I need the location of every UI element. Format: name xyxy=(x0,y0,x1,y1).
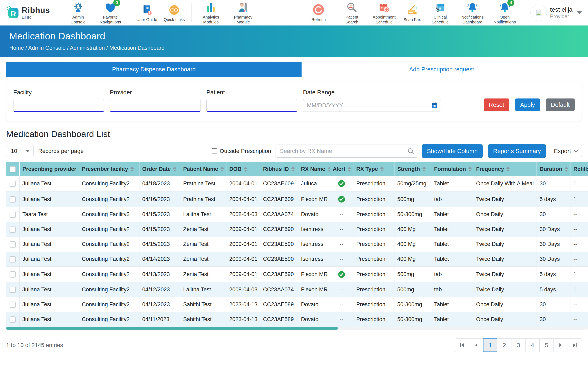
column-header-refills[interactable]: Refills xyxy=(571,162,588,176)
facility-input[interactable] xyxy=(13,99,104,112)
nav-analytics-modules[interactable]: Analytics Modules xyxy=(195,0,227,26)
pagination-prev-button[interactable] xyxy=(469,338,483,352)
sort-icon[interactable] xyxy=(506,167,510,172)
search-icon[interactable] xyxy=(407,148,415,156)
cell-duration: 30 Days xyxy=(536,252,571,267)
table-row[interactable]: Juliana TestConsulting Facility204/11/20… xyxy=(6,312,588,327)
table-row[interactable]: Juliana TestConsulting Facility204/15/20… xyxy=(6,237,588,252)
row-checkbox[interactable] xyxy=(9,212,16,218)
sort-icon[interactable] xyxy=(130,167,134,172)
table-row[interactable]: Juliana TestConsulting Facility204/12/20… xyxy=(6,282,588,297)
table-row[interactable]: Juliana TestConsulting Facility204/16/20… xyxy=(6,192,588,207)
show-hide-column-button[interactable]: Show/Hide Column xyxy=(422,144,483,158)
nav-user-guide[interactable]: User Guide xyxy=(133,2,160,23)
column-header-ribhus-id[interactable]: Ribhus ID xyxy=(260,162,298,176)
pagination-page-4[interactable]: 4 xyxy=(525,338,540,352)
export-button[interactable]: Export xyxy=(551,145,582,157)
date-range-input[interactable] xyxy=(303,99,441,112)
sort-icon[interactable] xyxy=(244,167,247,172)
pagination-page-2[interactable]: 2 xyxy=(497,338,511,352)
tab-add-prescription-request[interactable]: Add Prescription request xyxy=(302,62,582,77)
sort-icon[interactable] xyxy=(423,167,426,172)
sort-icon[interactable] xyxy=(291,167,295,172)
table-row[interactable]: Juliana TestConsulting Facility204/15/20… xyxy=(6,222,588,237)
nav-pharmacy-module[interactable]: Pharmacy Module xyxy=(227,0,259,26)
user-name: test elija xyxy=(550,6,572,13)
column-header-alert[interactable]: Alert xyxy=(330,162,353,176)
table-row[interactable]: Juliana TestConsulting Facility204/18/20… xyxy=(6,176,588,192)
cell-rx-type: Prescription xyxy=(354,252,394,267)
sort-icon[interactable] xyxy=(565,167,568,172)
nav-open-notifications[interactable]: 4 Open Notifications xyxy=(489,0,521,26)
column-header-rx-name[interactable]: RX Name xyxy=(298,162,330,176)
horizontal-scrollbar-track[interactable] xyxy=(6,327,588,330)
column-header-duration[interactable]: Duration xyxy=(536,162,571,176)
row-checkbox[interactable] xyxy=(9,226,16,233)
sort-icon[interactable] xyxy=(221,167,224,172)
outside-prescription-checkbox[interactable] xyxy=(212,149,217,154)
row-checkbox[interactable] xyxy=(9,256,16,262)
table-row[interactable]: Taara TestConsulting Facility304/15/2023… xyxy=(6,207,588,222)
column-header-rx-type[interactable]: RX Type xyxy=(354,162,394,176)
column-header-prescribing-provider[interactable]: Prescribing provider xyxy=(19,162,79,176)
user-menu[interactable]: test elija Provider xyxy=(530,5,582,21)
pagination-next-button[interactable] xyxy=(553,338,568,352)
refresh-icon xyxy=(312,4,324,16)
provider-input[interactable] xyxy=(110,99,201,112)
pagination-page-1[interactable]: 1 xyxy=(483,338,497,352)
nav-favorite-navigations[interactable]: 0 Favorite Navigations xyxy=(94,0,127,26)
column-header-strength[interactable]: Strength xyxy=(394,162,431,176)
row-checkbox[interactable] xyxy=(9,242,16,248)
cell-strength: 400 Mg xyxy=(394,237,431,252)
sort-icon[interactable] xyxy=(468,167,472,172)
patient-input[interactable] xyxy=(207,99,297,112)
column-header-formulation[interactable]: Formulation xyxy=(431,162,473,176)
column-header-patient-name[interactable]: Patient Name xyxy=(180,162,226,176)
row-checkbox[interactable] xyxy=(9,317,16,323)
pagination-last-button[interactable] xyxy=(568,338,582,352)
nav-scan-fax[interactable]: Scan Fax xyxy=(400,2,424,23)
row-checkbox[interactable] xyxy=(9,196,16,202)
sort-icon[interactable] xyxy=(173,167,176,172)
pagination-first-button[interactable] xyxy=(455,338,469,352)
quick-links-icon xyxy=(169,4,180,16)
reset-button[interactable]: Reset xyxy=(484,99,509,111)
select-all-checkbox[interactable] xyxy=(9,166,16,172)
calendar-icon[interactable] xyxy=(432,102,438,109)
nav-refresh[interactable]: Refresh xyxy=(308,2,329,23)
sort-icon[interactable] xyxy=(328,167,330,172)
cell-frequency: Twice Daily xyxy=(473,222,536,237)
column-header-order-date[interactable]: Order Date xyxy=(139,162,180,176)
tab-pharmacy-dispense-dashboard[interactable]: Pharmacy Dispense Dashboard xyxy=(6,62,302,77)
row-checkbox[interactable] xyxy=(9,271,16,277)
column-header-dob[interactable]: DOB xyxy=(226,162,260,176)
sort-icon[interactable] xyxy=(380,167,384,172)
nav-notifications-dashboard[interactable]: Notifications Dashboard xyxy=(456,0,489,26)
cell-prescribing-provider: Juliana Test xyxy=(19,297,79,312)
nav-admin-console[interactable]: Admin Console xyxy=(62,0,94,26)
apply-button[interactable]: Apply xyxy=(515,99,540,111)
pagination-page-3[interactable]: 3 xyxy=(511,338,526,352)
column-header-prescriber-facility[interactable]: Prescriber facility xyxy=(79,162,139,176)
row-checkbox[interactable] xyxy=(9,287,16,293)
table-row[interactable]: Juliana TestConsulting Facility204/13/20… xyxy=(6,267,588,282)
row-checkbox[interactable] xyxy=(9,181,16,187)
nav-appointment-schedule[interactable]: Appointment Schedule xyxy=(368,0,400,26)
horizontal-scrollbar-thumb[interactable] xyxy=(6,327,338,330)
table-row[interactable]: Juliana TestConsulting Facility204/14/20… xyxy=(6,252,588,267)
row-checkbox[interactable] xyxy=(9,301,16,308)
breadcrumb[interactable]: Home / Admin Console / Administration / … xyxy=(9,45,588,51)
nav-quick-links[interactable]: Quick Links xyxy=(160,2,188,23)
column-header-frequency[interactable]: Frequency xyxy=(473,162,536,176)
reports-summary-button[interactable]: Reports Summary xyxy=(488,144,546,158)
sort-icon[interactable] xyxy=(348,167,351,172)
table-row[interactable]: Juliana TestConsulting Facility204/12/20… xyxy=(6,297,588,312)
records-per-page-select[interactable]: 10 xyxy=(6,145,34,157)
pagination-page-5[interactable]: 5 xyxy=(539,338,554,352)
default-button[interactable]: Default xyxy=(546,99,575,111)
nav-clinical-schedule[interactable]: Clinical Schedule xyxy=(424,0,456,26)
ribhus-logo[interactable]: R Ribhus EHR xyxy=(6,6,50,20)
cell-dob: 2008-04-03 xyxy=(226,282,260,297)
rx-search-input[interactable] xyxy=(275,145,418,158)
nav-patient-search[interactable]: Patient Search xyxy=(336,0,368,26)
